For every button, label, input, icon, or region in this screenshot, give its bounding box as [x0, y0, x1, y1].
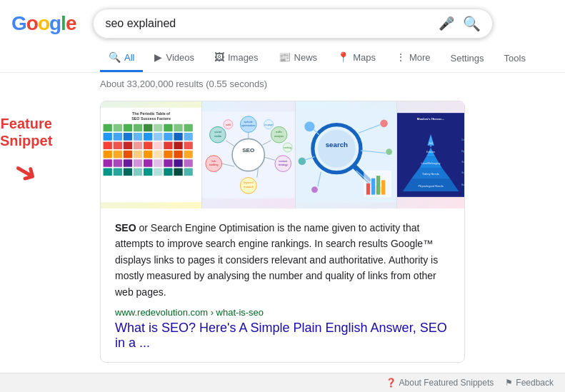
- svg-rect-50: [124, 169, 132, 176]
- svg-text:analysis: analysis: [274, 135, 284, 138]
- result-image-3: search: [296, 101, 397, 208]
- svg-point-93: [318, 130, 356, 168]
- about-snippets-label: About Featured Snippets: [399, 378, 494, 388]
- svg-text:social: social: [214, 131, 221, 134]
- svg-rect-110: [371, 179, 375, 195]
- svg-text:research: research: [244, 186, 254, 189]
- svg-rect-27: [164, 141, 172, 149]
- svg-point-58: [232, 139, 264, 171]
- svg-text:Self: Self: [429, 142, 433, 145]
- logo-g2: g: [49, 12, 61, 35]
- svg-rect-22: [114, 141, 122, 149]
- feature-snippet-line1: Feature: [0, 115, 52, 132]
- svg-rect-37: [174, 151, 182, 159]
- svg-point-98: [386, 149, 392, 155]
- tools-button[interactable]: Tools: [496, 46, 534, 71]
- tab-all-label: All: [124, 52, 134, 63]
- nav-bar: 🔍 All ▶ Videos 🖼 Images 📰 News 📍 Maps ⋮ …: [0, 44, 565, 73]
- svg-point-100: [311, 186, 318, 193]
- mic-icon[interactable]: 🎤: [439, 16, 454, 31]
- svg-text:Basic: Basic: [461, 184, 464, 186]
- svg-rect-34: [144, 151, 152, 159]
- search-icons: 🎤 🔍: [439, 15, 481, 32]
- svg-point-96: [304, 121, 314, 131]
- svg-text:building: building: [209, 164, 219, 166]
- svg-rect-12: [104, 133, 112, 141]
- svg-text:Social: Social: [461, 161, 464, 164]
- svg-rect-112: [381, 180, 385, 194]
- search-bar[interactable]: 🎤 🔍: [93, 9, 493, 39]
- tab-images[interactable]: 🖼 Images: [206, 44, 267, 72]
- svg-rect-42: [134, 159, 142, 167]
- svg-rect-46: [174, 159, 182, 167]
- result-card: The Periodic Table of SEO Success Factor…: [100, 101, 465, 363]
- footer-bar: ❓ About Featured Snippets ⚑ Feedback: [0, 373, 565, 392]
- svg-rect-55: [174, 169, 182, 176]
- snippet-body: SEO or Search Engine Optimisation is the…: [101, 208, 464, 362]
- svg-rect-13: [114, 133, 122, 141]
- svg-rect-54: [164, 169, 172, 176]
- svg-text:Safety Needs: Safety Needs: [422, 172, 439, 176]
- svg-text:Ego: Ego: [461, 150, 464, 153]
- svg-text:website: website: [244, 121, 253, 124]
- svg-rect-3: [104, 124, 112, 132]
- svg-rect-24: [134, 141, 142, 149]
- about-featured-snippets[interactable]: ❓ About Featured Snippets: [386, 378, 494, 388]
- svg-text:Maslow's Hierarc...: Maslow's Hierarc...: [417, 117, 445, 121]
- logo-e: e: [66, 12, 76, 35]
- logo-g: G: [11, 12, 26, 35]
- svg-rect-29: [184, 141, 192, 149]
- svg-rect-111: [376, 176, 380, 194]
- tab-videos[interactable]: ▶ Videos: [146, 44, 203, 72]
- svg-rect-14: [124, 133, 132, 141]
- search-icon[interactable]: 🔍: [463, 15, 481, 32]
- svg-text:Growth: Growth: [461, 139, 464, 141]
- svg-rect-48: [104, 169, 112, 176]
- svg-text:content: content: [279, 160, 288, 163]
- svg-text:ranking: ranking: [284, 146, 292, 149]
- svg-rect-28: [174, 141, 182, 149]
- question-icon: ❓: [386, 378, 396, 388]
- tab-maps[interactable]: 📍 Maps: [329, 44, 384, 72]
- tab-videos-label: Videos: [166, 52, 194, 63]
- search-input[interactable]: [105, 17, 433, 30]
- svg-text:Love/Belonging: Love/Belonging: [421, 161, 440, 165]
- result-image-1: The Periodic Table of SEO Success Factor…: [101, 101, 202, 208]
- logo-o2: o: [38, 12, 49, 35]
- more-icon: ⋮: [396, 51, 406, 63]
- svg-text:search: search: [325, 141, 347, 149]
- tab-news[interactable]: 📰 News: [270, 44, 326, 72]
- svg-rect-32: [124, 151, 132, 159]
- svg-rect-44: [154, 159, 162, 167]
- svg-rect-41: [124, 159, 132, 167]
- result-title-link[interactable]: What is SEO? Here's A Simple Plain Engli…: [115, 321, 450, 351]
- feedback-button[interactable]: ⚑ Feedback: [505, 378, 554, 388]
- logo-l: l: [61, 12, 66, 35]
- svg-text:optimization: optimization: [241, 124, 255, 127]
- svg-rect-31: [114, 151, 122, 159]
- tab-more[interactable]: ⋮ More: [387, 44, 439, 72]
- tools-label: Tools: [504, 53, 526, 64]
- svg-rect-21: [104, 141, 112, 149]
- svg-text:strategy: strategy: [279, 164, 288, 166]
- tab-images-label: Images: [228, 52, 259, 63]
- feature-snippet-text: Feature Snippet: [0, 115, 52, 149]
- tab-all[interactable]: 🔍 All: [100, 44, 143, 72]
- result-image-2: SEO website optimization traffic analysi…: [202, 101, 295, 208]
- main-content: Feature Snippet ➜ The Periodic Table of …: [0, 101, 565, 363]
- svg-text:Physiological Needs: Physiological Needs: [418, 184, 443, 188]
- svg-rect-10: [174, 124, 182, 132]
- svg-rect-11: [184, 124, 192, 132]
- svg-rect-52: [144, 169, 152, 176]
- svg-rect-20: [184, 133, 192, 141]
- snippet-bold-seo: SEO: [115, 222, 136, 233]
- settings-button[interactable]: Settings: [442, 46, 493, 71]
- video-icon: ▶: [154, 51, 162, 63]
- all-icon: 🔍: [109, 51, 121, 63]
- svg-text:Security: Security: [461, 171, 464, 174]
- svg-rect-16: [144, 133, 152, 141]
- svg-rect-5: [124, 124, 132, 132]
- svg-text:keyword: keyword: [244, 181, 254, 184]
- images-row: The Periodic Table of SEO Success Factor…: [101, 101, 464, 208]
- svg-rect-39: [104, 159, 112, 167]
